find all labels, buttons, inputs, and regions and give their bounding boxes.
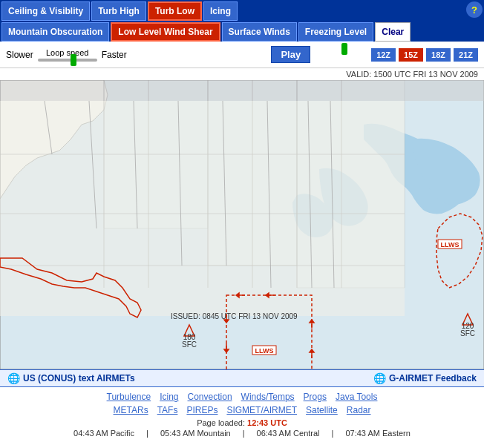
llws-btn[interactable]: Low Level Wind Shear xyxy=(111,22,220,42)
footer-links-row1: Turbulence Icing Convection Winds/Temps … xyxy=(0,390,484,403)
svg-text:SFC: SFC xyxy=(182,340,197,349)
footer-links-row2: METARs TAFs PIREPs SIGMET/AIRMET Satelli… xyxy=(0,403,484,417)
nav-row-1: Ceiling & Visiblity Turb High Turb Low I… xyxy=(0,0,484,21)
gairmet-feedback-text: G-AIRMET Feedback xyxy=(389,373,477,383)
controls-row: Slower Loop speed Faster Play 12Z 15Z 18… xyxy=(0,42,484,68)
time-slider-thumb xyxy=(341,43,347,55)
tafs-link[interactable]: TAFs xyxy=(157,405,178,415)
help-btn[interactable]: ? xyxy=(466,1,483,18)
svg-rect-10 xyxy=(0,80,484,101)
central-time: 06:43 AM Central xyxy=(257,429,320,438)
satellite-link[interactable]: Satellite xyxy=(306,405,338,415)
footer-time-row: 04:43 AM Pacific | 05:43 AM Mountain | 0… xyxy=(0,429,484,438)
winds-temps-link[interactable]: Winds/Temps xyxy=(241,392,295,402)
footer: Turbulence Icing Convection Winds/Temps … xyxy=(0,387,484,441)
pacific-time: 04:43 AM Pacific xyxy=(73,429,134,438)
radar-link[interactable]: Radar xyxy=(347,405,371,415)
info-bar-left: 🌐 US (CONUS) text AIRMETs xyxy=(7,372,135,384)
time-21z-btn[interactable]: 21Z xyxy=(454,48,478,62)
globe-icon-right: 🌐 xyxy=(373,372,386,384)
info-bar-right: 🌐 G-AIRMET Feedback xyxy=(373,372,477,384)
loop-speed-label: Loop speed xyxy=(38,48,97,62)
faster-label: Faster xyxy=(102,50,127,60)
time-12z-btn[interactable]: 12Z xyxy=(371,48,396,62)
info-bar: 🌐 US (CONUS) text AIRMETs 🌐 G-AIRMET Fee… xyxy=(0,369,484,387)
slower-label: Slower xyxy=(6,50,33,60)
java-tools-link[interactable]: Java Tools xyxy=(336,392,377,402)
time-18z-btn[interactable]: 18Z xyxy=(426,48,451,62)
valid-label: VALID: 1500 UTC FRI 13 NOV 2009 xyxy=(346,70,478,79)
valid-label-bar: VALID: 1500 UTC FRI 13 NOV 2009 xyxy=(0,68,484,80)
separator3: | xyxy=(332,429,334,438)
time-controls: 12Z 15Z 18Z 21Z xyxy=(324,47,478,62)
map-area: EXPERIMENTAL G-AIRMET xyxy=(0,80,484,369)
mountain-obscuration-btn[interactable]: Mountain Obscuration xyxy=(1,22,109,42)
turb-low-btn[interactable]: Turb Low xyxy=(148,1,202,21)
llws-label-1: LLWS xyxy=(255,347,274,355)
speed-slider-container: Slower Loop speed Faster xyxy=(6,48,127,62)
page-loaded-time: 12:43 UTC xyxy=(247,418,287,427)
llws-label-2: LLWS xyxy=(441,241,460,248)
globe-icon-left: 🌐 xyxy=(7,372,20,384)
conus-text: US (CONUS) text AIRMETs xyxy=(23,373,135,383)
separator2: | xyxy=(243,429,245,438)
metars-link[interactable]: METARs xyxy=(114,405,148,415)
speed-slider[interactable] xyxy=(38,59,97,62)
surface-winds-btn[interactable]: Surface Winds xyxy=(222,22,297,42)
turbulence-link[interactable]: Turbulence xyxy=(107,392,151,402)
clear-btn[interactable]: Clear xyxy=(375,22,411,42)
page-loaded-label: Page loaded: xyxy=(197,418,245,427)
pireps-link[interactable]: PIREPs xyxy=(186,405,218,415)
turb-high-btn[interactable]: Turb High xyxy=(91,1,146,21)
page-loaded-bar: Page loaded: 12:43 UTC xyxy=(0,418,484,427)
freezing-level-btn[interactable]: Freezing Level xyxy=(298,22,373,42)
eastern-time: 07:43 AM Eastern xyxy=(345,429,410,438)
svg-rect-11 xyxy=(0,101,405,316)
progs-link[interactable]: Progs xyxy=(304,392,327,402)
play-button[interactable]: Play xyxy=(271,46,310,63)
convection-link[interactable]: Convection xyxy=(188,392,232,402)
icing-btn[interactable]: Icing xyxy=(203,1,238,21)
svg-text:SFC: SFC xyxy=(460,329,475,337)
time-15z-btn[interactable]: 15Z xyxy=(399,48,423,62)
sigmet-airmet-link[interactable]: SIGMET/AIRMET xyxy=(226,405,297,415)
issued-label: ISSUED: 0845 UTC FRI 13 NOV 2009 xyxy=(171,312,298,320)
ceiling-visibility-btn[interactable]: Ceiling & Visiblity xyxy=(1,1,90,21)
mountain-time: 05:43 AM Mountain xyxy=(160,429,231,438)
separator1: | xyxy=(146,429,148,438)
map-svg: LLWS 180 SFC LLWS 120 SFC ISSUED: 0845 U… xyxy=(0,80,484,369)
nav-row-2: Mountain Obscuration Low Level Wind Shea… xyxy=(0,21,484,42)
icing-link[interactable]: Icing xyxy=(160,392,178,402)
